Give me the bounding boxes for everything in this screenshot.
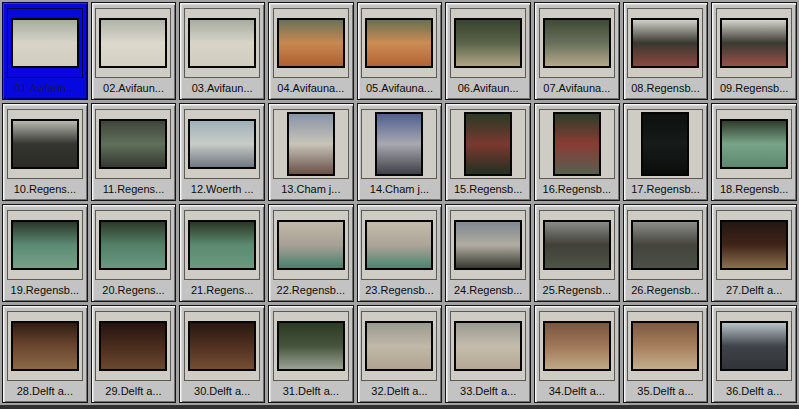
thumbnail-cell-29[interactable]: 29.Delft a... [91, 305, 177, 403]
photo-thumbnail [720, 220, 788, 270]
thumbnail-cell-16[interactable]: 16.Regensb... [534, 103, 620, 201]
slide-mat [627, 210, 703, 280]
thumbnail-cell-28[interactable]: 28.Delft a... [2, 305, 88, 403]
photo-thumbnail [543, 321, 611, 371]
thumbnail-cell-11[interactable]: 11.Regens... [91, 103, 177, 201]
slide-mat [273, 109, 349, 179]
thumbnail-browser-window: 01.Avifaun... 02.Avifaun... 03.Avifaun..… [0, 0, 799, 409]
thumbnail-cell-4[interactable]: 04.Avifauna... [268, 2, 354, 100]
thumbnail-label: 22.Regensb... [277, 284, 346, 297]
slide-mat [273, 210, 349, 280]
thumbnail-label: 33.Delft a... [460, 385, 516, 398]
thumbnail-label: 19.Regensb... [11, 284, 80, 297]
slide-mat [273, 8, 349, 78]
thumbnail-cell-12[interactable]: 12.Woerth ... [179, 103, 265, 201]
thumbnail-cell-7[interactable]: 07.Avifauna... [534, 2, 620, 100]
thumbnail-label: 36.Delft a... [726, 385, 782, 398]
photo-thumbnail [365, 220, 433, 270]
thumbnail-cell-21[interactable]: 21.Regens... [179, 204, 265, 302]
thumbnail-label: 24.Regensb... [454, 284, 523, 297]
slide-mat [716, 109, 792, 179]
photo-thumbnail [720, 321, 788, 371]
thumbnail-cell-18[interactable]: 18.Regensb... [711, 103, 797, 201]
thumbnail-cell-35[interactable]: 35.Delft a... [623, 305, 709, 403]
thumbnail-cell-14[interactable]: 14.Cham j... [357, 103, 443, 201]
slide-mat [539, 109, 615, 179]
thumbnail-cell-31[interactable]: 31.Delft a... [268, 305, 354, 403]
thumbnail-cell-19[interactable]: 19.Regensb... [2, 204, 88, 302]
thumbnail-cell-9[interactable]: 09.Regensb... [711, 2, 797, 100]
thumbnail-label: 27.Delft a... [726, 284, 782, 297]
photo-thumbnail [543, 18, 611, 68]
slide-mat [539, 8, 615, 78]
thumbnail-cell-8[interactable]: 08.Regensb... [623, 2, 709, 100]
thumbnail-cell-23[interactable]: 23.Regensb... [357, 204, 443, 302]
thumbnail-label: 29.Delft a... [105, 385, 161, 398]
thumbnail-label: 18.Regensb... [720, 183, 789, 196]
slide-mat [184, 8, 260, 78]
photo-thumbnail [454, 18, 522, 68]
thumbnail-label: 16.Regensb... [543, 183, 612, 196]
thumbnail-cell-6[interactable]: 06.Avifaun... [445, 2, 531, 100]
photo-thumbnail [365, 18, 433, 68]
slide-mat [716, 311, 792, 381]
photo-thumbnail [11, 220, 79, 270]
thumbnail-label: 13.Cham j... [281, 183, 340, 196]
photo-thumbnail [720, 18, 788, 68]
thumbnail-cell-17[interactable]: 17.Regensb... [623, 103, 709, 201]
photo-thumbnail [553, 112, 601, 176]
thumbnail-cell-30[interactable]: 30.Delft a... [179, 305, 265, 403]
slide-mat [184, 311, 260, 381]
photo-thumbnail [375, 112, 423, 176]
photo-thumbnail [641, 112, 689, 176]
slide-mat [7, 109, 83, 179]
thumbnail-label: 04.Avifauna... [277, 82, 344, 95]
thumbnail-cell-5[interactable]: 05.Avifauna... [357, 2, 443, 100]
thumbnail-label: 14.Cham j... [370, 183, 429, 196]
thumbnail-label: 21.Regens... [191, 284, 253, 297]
thumbnail-label: 11.Regens... [103, 183, 165, 196]
thumbnail-label: 01.Avifaun... [14, 82, 75, 95]
thumbnail-cell-32[interactable]: 32.Delft a... [357, 305, 443, 403]
slide-mat [450, 8, 526, 78]
slide-mat [450, 311, 526, 381]
thumbnail-cell-33[interactable]: 33.Delft a... [445, 305, 531, 403]
thumbnail-cell-34[interactable]: 34.Delft a... [534, 305, 620, 403]
thumbnail-cell-26[interactable]: 26.Regensb... [623, 204, 709, 302]
slide-mat [361, 109, 437, 179]
slide-mat [273, 311, 349, 381]
thumbnail-cell-25[interactable]: 25.Regensb... [534, 204, 620, 302]
slide-mat [716, 210, 792, 280]
thumbnail-label: 12.Woerth ... [191, 183, 254, 196]
thumbnail-cell-36[interactable]: 36.Delft a... [711, 305, 797, 403]
slide-mat [7, 210, 83, 280]
thumbnail-cell-20[interactable]: 20.Regens... [91, 204, 177, 302]
thumbnail-grid: 01.Avifaun... 02.Avifaun... 03.Avifaun..… [0, 0, 799, 405]
photo-thumbnail [454, 321, 522, 371]
thumbnail-label: 09.Regensb... [720, 82, 789, 95]
thumbnail-cell-24[interactable]: 24.Regensb... [445, 204, 531, 302]
thumbnail-cell-3[interactable]: 03.Avifaun... [179, 2, 265, 100]
slide-mat [184, 210, 260, 280]
thumbnail-cell-13[interactable]: 13.Cham j... [268, 103, 354, 201]
thumbnail-cell-1[interactable]: 01.Avifaun... [2, 2, 88, 100]
thumbnail-cell-2[interactable]: 02.Avifaun... [91, 2, 177, 100]
photo-thumbnail [188, 220, 256, 270]
thumbnail-cell-27[interactable]: 27.Delft a... [711, 204, 797, 302]
photo-thumbnail [287, 112, 335, 176]
thumbnail-label: 08.Regensb... [631, 82, 700, 95]
thumbnail-cell-15[interactable]: 15.Regensb... [445, 103, 531, 201]
thumbnail-label: 06.Avifaun... [458, 82, 519, 95]
thumbnail-label: 31.Delft a... [283, 385, 339, 398]
slide-mat [95, 311, 171, 381]
photo-thumbnail [631, 220, 699, 270]
thumbnail-label: 30.Delft a... [194, 385, 250, 398]
photo-thumbnail [99, 119, 167, 169]
thumbnail-cell-10[interactable]: 10.Regens... [2, 103, 88, 201]
thumbnail-label: 07.Avifauna... [543, 82, 610, 95]
thumbnail-label: 05.Avifauna... [366, 82, 433, 95]
slide-mat [184, 109, 260, 179]
thumbnail-cell-22[interactable]: 22.Regensb... [268, 204, 354, 302]
slide-mat [627, 8, 703, 78]
slide-mat [95, 210, 171, 280]
